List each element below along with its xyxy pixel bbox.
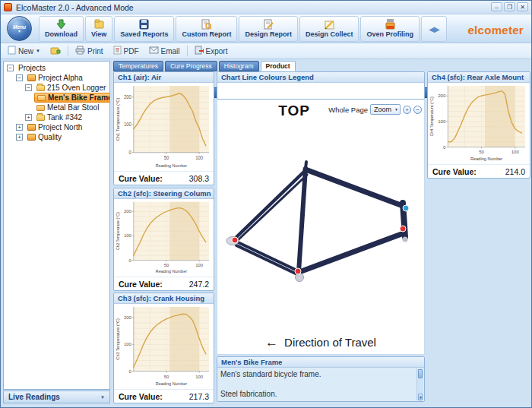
svg-text:100: 100 <box>438 119 446 124</box>
tab-cure-progress[interactable]: Cure Progress <box>165 61 217 71</box>
tree-item[interactable]: +Quality <box>4 132 109 142</box>
svg-text:0: 0 <box>129 150 132 155</box>
svg-text:Ch3 Temperature (°C): Ch3 Temperature (°C) <box>116 318 120 360</box>
project-tree-panel: −Projects−Project Alpha−215 Oven LoggerM… <box>3 61 110 390</box>
svg-text:50: 50 <box>164 263 169 267</box>
printer-icon <box>75 46 85 56</box>
pdf-button[interactable]: PDF <box>109 44 143 58</box>
channel-title: Ch2 (sfc): Steering Column <box>114 188 214 199</box>
oven-folder-icon <box>385 19 396 30</box>
window-title: ElcoMaster 2.0 - Advanced Mode <box>16 3 134 12</box>
print-button[interactable]: Print <box>71 44 107 58</box>
ribbon-tab-design-collect[interactable]: Design Collect <box>299 16 359 42</box>
svg-text:200: 200 <box>124 210 131 214</box>
ribbon-tab-custom-report[interactable]: Custom Report <box>176 16 237 42</box>
chevron-down-icon: ▼ <box>394 107 398 112</box>
crate-icon <box>27 124 36 131</box>
expand-icon[interactable]: + <box>16 124 23 131</box>
ribbon-overflow-button[interactable]: ◀▶ <box>421 16 447 42</box>
ribbon-tab-oven-profiling[interactable]: Oven Profiling <box>360 16 420 42</box>
zoom-mode-select[interactable]: Zoom▼ <box>370 104 401 115</box>
tree-item[interactable]: +Tank #342 <box>4 112 109 122</box>
minimize-button[interactable]: – <box>491 2 502 11</box>
tree-item[interactable]: +Project North <box>4 122 109 132</box>
product-title: Men's Bike Frame <box>217 357 424 368</box>
svg-text:Reading Number: Reading Number <box>156 163 187 168</box>
svg-text:200: 200 <box>124 315 132 320</box>
collapse-icon[interactable]: − <box>7 65 14 71</box>
chevron-down-icon: ▼ <box>100 395 105 400</box>
card-icon <box>36 105 45 111</box>
channel-panel-ch1: Ch1 (air): Air 010020050100Reading Numbe… <box>113 71 214 185</box>
ribbon-tab-download[interactable]: Download <box>39 16 84 42</box>
ribbon-tab-design-report[interactable]: Design Report <box>239 16 298 42</box>
tree-item[interactable]: −Project Alpha <box>4 73 109 83</box>
new-button[interactable]: New▼ <box>4 44 44 58</box>
maximize-button[interactable]: ❐ <box>504 2 515 11</box>
scrollbar-thumb[interactable] <box>418 369 423 378</box>
product-description-line: Men's standard bicycle frame. <box>220 369 413 379</box>
collapse-icon[interactable]: − <box>16 74 23 81</box>
svg-text:100: 100 <box>124 234 131 239</box>
ribbon-tab-saved-reports[interactable]: Saved Reports <box>114 16 174 42</box>
pencil-pad-icon <box>324 19 335 30</box>
card-icon <box>37 95 46 101</box>
live-readings-bar[interactable]: Live Readings ▼ <box>3 391 110 403</box>
product-view: TOP Whole Page Zoom▼ + − <box>217 100 425 355</box>
open-folder-button[interactable] <box>46 44 65 58</box>
ch2-temperature-chart: 010020050100Reading NumberCh2 Temperatur… <box>115 199 213 277</box>
tree-item[interactable]: −Projects <box>4 63 109 73</box>
tab-product[interactable]: Product <box>261 61 296 71</box>
zoom-in-button[interactable]: + <box>403 106 411 114</box>
svg-text:Reading Number: Reading Number <box>156 270 187 274</box>
channel-panel-ch3: Ch3 (sfc): Crank Housing 010020050100Rea… <box>113 293 214 403</box>
expand-icon[interactable]: + <box>16 134 23 141</box>
project-tree: −Projects−Project Alpha−215 Oven LoggerM… <box>4 62 109 142</box>
channel-title: Ch1 (air): Air <box>114 72 214 83</box>
tree-item-label: Project Alpha <box>38 74 83 82</box>
sensor-marker-air <box>403 205 409 211</box>
product-description-panel: Men's Bike Frame Men's standard bicycle … <box>217 356 425 402</box>
svg-text:Ch4 Temperature (°C): Ch4 Temperature (°C) <box>429 96 434 136</box>
sensor-marker-crank <box>295 268 301 274</box>
cure-value-label: Cure Value: <box>119 280 163 289</box>
pdf-page-icon <box>113 46 122 56</box>
email-button[interactable]: Email <box>145 45 184 57</box>
collapse-icon[interactable]: − <box>25 84 32 91</box>
svg-text:50: 50 <box>479 150 484 154</box>
svg-text:100: 100 <box>124 122 131 127</box>
scroll-down-arrow[interactable]: ▼ <box>418 394 423 400</box>
zoom-out-button[interactable]: − <box>413 106 422 114</box>
tree-item-label: Quality <box>38 133 62 141</box>
whole-page-label: Whole Page <box>328 106 368 114</box>
tree-item-label: Tank #342 <box>47 113 82 122</box>
expand-icon[interactable]: + <box>25 114 32 121</box>
tree-item-label: Metal Bar Stool <box>47 103 99 112</box>
ribbon-tab-view[interactable]: View <box>85 16 112 42</box>
tab-temperatures[interactable]: Temperatures <box>113 61 163 71</box>
svg-text:Reading Number: Reading Number <box>156 381 187 386</box>
floppy-disk-icon <box>138 19 150 30</box>
cure-value: 308.3 <box>189 174 209 183</box>
product-description-box[interactable]: Men's standard bicycle frame. Steel fabr… <box>217 368 424 401</box>
cure-value-label: Cure Value: <box>432 167 477 176</box>
svg-text:Ch1 Temperature (°C): Ch1 Temperature (°C) <box>116 98 120 141</box>
channel-panel-ch4: Ch4 (sfc): Rear Axle Mount 010020050100R… <box>427 71 530 179</box>
tab-histogram[interactable]: Histogram <box>219 61 259 71</box>
scrollbar[interactable]: ▼ <box>416 368 423 400</box>
folder-icon <box>36 115 45 121</box>
menu-button[interactable]: Menu ▼ <box>7 16 32 41</box>
new-page-icon <box>8 46 16 56</box>
tree-item-label: Men's Bike Frame - MSCF26 <box>48 93 110 102</box>
bike-frame-image <box>223 121 420 311</box>
tree-item[interactable]: Men's Bike Frame - MSCF26 <box>4 93 109 103</box>
open-folder-icon <box>50 46 61 56</box>
svg-text:Ch2 Temperature (°C): Ch2 Temperature (°C) <box>116 212 120 250</box>
direction-of-travel-label: ←Direction of Travel <box>217 335 424 350</box>
tree-item[interactable]: −215 Oven Logger <box>4 83 109 93</box>
close-button[interactable]: ✕ <box>517 2 528 11</box>
svg-text:50: 50 <box>164 155 169 160</box>
export-button[interactable]: Export <box>191 44 232 58</box>
tree-item[interactable]: Metal Bar Stool <box>4 103 109 112</box>
chevron-down-icon: ▼ <box>36 49 40 53</box>
